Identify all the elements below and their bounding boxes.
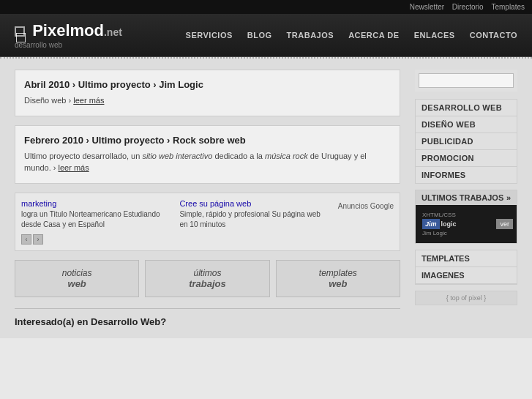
logo-net: .net bbox=[104, 26, 122, 38]
search-box bbox=[415, 70, 517, 92]
ad-next-button[interactable]: › bbox=[33, 234, 43, 245]
icon-box-1-sub: web bbox=[21, 278, 132, 289]
sidebar-templates[interactable]: TEMPLATES bbox=[416, 250, 517, 267]
icon-box-3-sub: web bbox=[282, 278, 394, 289]
directorio-link[interactable]: Directorio bbox=[452, 3, 484, 11]
ad1-text: logra un Titulo Norteamericano Estudiand… bbox=[21, 209, 168, 230]
icon-box-1-title: noticias bbox=[21, 268, 132, 278]
top-bar: Newsletter Directorio Templates bbox=[0, 0, 532, 14]
ad2-text: Simple, rápido y profesional Su página w… bbox=[179, 209, 326, 230]
bottom-title: Interesado(a) en Desarrollo Web? bbox=[15, 308, 400, 327]
icon-box-noticias[interactable]: noticias web bbox=[15, 260, 139, 297]
templates-link[interactable]: Templates bbox=[491, 3, 525, 11]
post-entry-2: Febrero 2010 › Ultimo proyecto › Rock so… bbox=[15, 125, 400, 184]
main-nav: SERVICIOS BLOG TRABAJOS ACERCA DE ENLACE… bbox=[186, 31, 517, 40]
post1-breadcrumb: Abril 2010 › Ultimo proyecto › Jim Logic bbox=[24, 79, 391, 90]
post-entry-1: Abril 2010 › Ultimo proyecto › Jim Logic… bbox=[15, 70, 400, 116]
nav-acerca[interactable]: ACERCA DE bbox=[348, 31, 400, 40]
ad-nav: ‹ › bbox=[21, 234, 327, 245]
thumb-logo: XHTML/CSS Jim logic Jim Logic bbox=[419, 209, 460, 239]
page-wrapper: Abril 2010 › Ultimo proyecto › Jim Logic… bbox=[0, 59, 532, 338]
header: □ Pixelmod.net desarrollo web SERVICIOS … bbox=[0, 14, 532, 57]
post2-body: Ultimo proyecto desarrollado, un sitio w… bbox=[24, 150, 391, 174]
sidebar-item-publicidad[interactable]: PUBLICIDAD bbox=[416, 133, 517, 150]
thumb-ver-button[interactable]: ver bbox=[496, 219, 513, 229]
google-logo: Anuncios Google bbox=[338, 202, 394, 210]
nav-blog[interactable]: BLOG bbox=[247, 31, 272, 40]
logo-sub: desarrollo web bbox=[15, 41, 122, 49]
main-content: Abril 2010 › Ultimo proyecto › Jim Logic… bbox=[15, 70, 400, 327]
sidebar-footer: { top of pixel } bbox=[415, 291, 517, 305]
thumb-sublabel: Jim Logic bbox=[422, 230, 457, 236]
trabajos-thumb: XHTML/CSS Jim logic Jim Logic ver bbox=[416, 205, 517, 243]
nav-enlaces[interactable]: ENLACES bbox=[414, 31, 455, 40]
ad1-title[interactable]: marketing bbox=[21, 199, 56, 208]
post1-excerpt: Diseño web › leer más bbox=[24, 94, 391, 107]
sidebar-ultimos-title: ULTIMOS TRABAJOS » bbox=[416, 190, 517, 205]
ad-col-1: marketing logra un Titulo Norteamericano… bbox=[21, 199, 168, 230]
post2-breadcrumb: Febrero 2010 › Ultimo proyecto › Rock so… bbox=[24, 135, 391, 146]
search-input[interactable] bbox=[419, 73, 514, 88]
sidebar-item-informes[interactable]: INFORMES bbox=[416, 167, 517, 183]
logo-name: Pixelmod bbox=[32, 21, 104, 40]
ad-prev-button[interactable]: ‹ bbox=[21, 234, 31, 245]
thumb-logic-label: logic bbox=[441, 220, 457, 228]
logo-area: □ Pixelmod.net desarrollo web bbox=[15, 21, 122, 49]
ultimos-arrow-icon: » bbox=[506, 193, 511, 202]
ad-area: marketing logra un Titulo Norteamericano… bbox=[15, 193, 400, 251]
logo[interactable]: □ Pixelmod.net bbox=[15, 21, 122, 40]
icon-box-templates[interactable]: templates web bbox=[276, 260, 400, 297]
icon-box-2-title: últimos bbox=[151, 268, 263, 278]
post1-read-more[interactable]: leer más bbox=[73, 96, 104, 105]
nav-contacto[interactable]: CONTACTO bbox=[470, 31, 517, 40]
logo-icon: □ bbox=[15, 26, 25, 37]
ad-col-2: Cree su página web Simple, rápido y prof… bbox=[179, 199, 326, 230]
sidebar-item-desarrollo[interactable]: DESARROLLO WEB bbox=[416, 100, 517, 116]
newsletter-link[interactable]: Newsletter bbox=[410, 3, 444, 11]
icon-box-trabajos[interactable]: últimos trabajos bbox=[145, 260, 269, 297]
icon-box-2-sub: trabajos bbox=[151, 278, 263, 289]
sidebar-categories: DESARROLLO WEB DISEÑO WEB PUBLICIDAD PRO… bbox=[415, 99, 517, 184]
sidebar-item-diseno[interactable]: DISEÑO WEB bbox=[416, 116, 517, 133]
sidebar-item-promocion[interactable]: PROMOCION bbox=[416, 150, 517, 167]
sidebar-imagenes[interactable]: IMAGENES bbox=[416, 267, 517, 284]
ad2-title[interactable]: Cree su página web bbox=[179, 199, 251, 208]
post2-read-more[interactable]: leer más bbox=[58, 163, 89, 172]
icon-boxes: noticias web últimos trabajos templates … bbox=[15, 260, 400, 297]
sidebar: DESARROLLO WEB DISEÑO WEB PUBLICIDAD PRO… bbox=[415, 70, 517, 327]
nav-servicios[interactable]: SERVICIOS bbox=[186, 31, 233, 40]
nav-trabajos[interactable]: TRABAJOS bbox=[287, 31, 334, 40]
sidebar-extras-section: TEMPLATES IMAGENES bbox=[415, 250, 517, 285]
thumb-jim-label: Jim bbox=[422, 219, 440, 229]
sidebar-ultimos-section: ULTIMOS TRABAJOS » XHTML/CSS Jim logic J… bbox=[415, 190, 517, 244]
icon-box-3-title: templates bbox=[282, 268, 394, 278]
thumb-xhtml-label: XHTML/CSS bbox=[422, 212, 457, 218]
